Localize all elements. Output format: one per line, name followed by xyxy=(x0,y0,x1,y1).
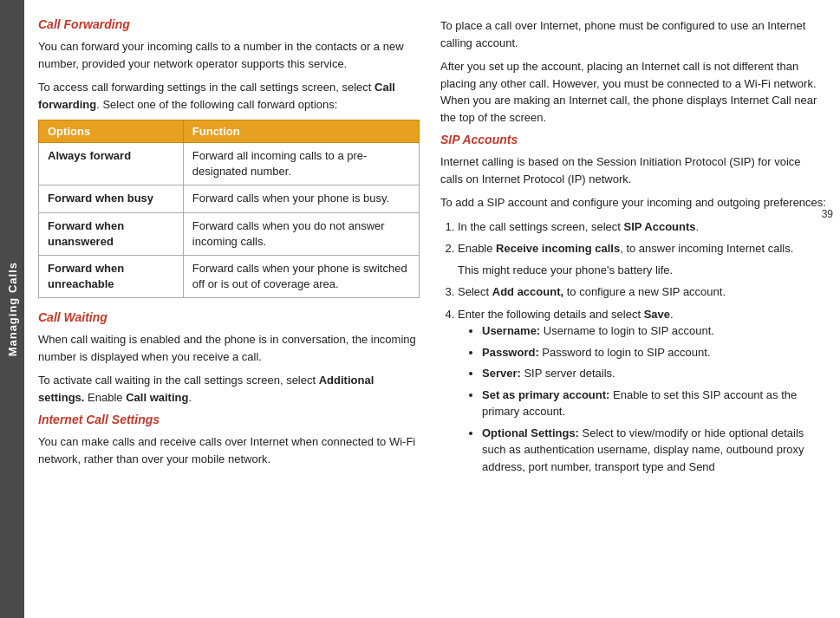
left-column: Call Forwarding You can forward your inc… xyxy=(38,17,420,601)
sip-step3-after: to configure a new SIP account. xyxy=(563,285,726,298)
sip-bullet-username-text: Username to login to SIP account. xyxy=(540,324,714,337)
sip-step-1: In the call settings screen, select SIP … xyxy=(458,218,826,236)
main-content: Call Forwarding You can forward your inc… xyxy=(24,0,840,618)
table-cell-option: Forward when unanswered xyxy=(39,212,184,255)
options-table: Options Function Always forward Forward … xyxy=(38,120,420,298)
internet-call-settings-section: Internet Call Settings You can make call… xyxy=(38,413,420,467)
sip-step2-bold: Receive incoming calls xyxy=(496,242,620,255)
sip-accounts-heading: SIP Accounts xyxy=(440,133,826,146)
internet-call-settings-heading: Internet Call Settings xyxy=(38,413,420,426)
call-waiting-section: Call Waiting When call waiting is enable… xyxy=(38,310,420,406)
sip-step2-before: Enable xyxy=(458,242,496,255)
sip-step4-bold: Save xyxy=(644,308,670,321)
call-forwarding-para2-after: . Select one of the following call forwa… xyxy=(96,98,337,111)
sip-step4-before: Enter the following details and select xyxy=(458,308,644,321)
table-cell-option: Forward when busy xyxy=(39,185,184,212)
sip-bullet-server-text: SIP server details. xyxy=(521,367,615,380)
sip-steps-list: In the call settings screen, select SIP … xyxy=(458,218,826,476)
table-cell-option: Forward when unreachable xyxy=(39,255,184,297)
sip-bullet-password: Password: Password to login to SIP accou… xyxy=(482,344,826,361)
right-column-wrapper: To place a call over Internet, phone mus… xyxy=(440,17,826,601)
table-cell-function: Forward calls when you do not answer inc… xyxy=(183,212,419,255)
table-cell-function: Forward calls when your phone is busy. xyxy=(183,185,419,212)
sip-step1-bold: SIP Accounts xyxy=(623,220,695,233)
sip-step3-bold: Add account, xyxy=(492,285,563,298)
internet-call-settings-para1: You can make calls and receive calls ove… xyxy=(38,433,420,467)
sip-step2-note: This might reduce your phone's battery l… xyxy=(458,262,826,279)
sip-step-2: Enable Receive incoming calls, to answer… xyxy=(458,240,826,278)
sip-bullet-primary-label: Set as primary account: xyxy=(482,388,609,401)
table-header-function: Function xyxy=(183,120,419,143)
sip-step1-after: . xyxy=(696,220,700,233)
table-header-options: Options xyxy=(39,120,184,143)
ics-cont-para1: To place a call over Internet, phone mus… xyxy=(440,17,826,51)
call-forwarding-section: Call Forwarding You can forward your inc… xyxy=(38,17,420,298)
sip-bullet-optional: Optional Settings: Select to view/modify… xyxy=(482,425,826,476)
cw-para2-bold2: Call waiting xyxy=(126,391,188,404)
table-row: Forward when unreachable Forward calls w… xyxy=(39,255,420,297)
sip-bullet-optional-label: Optional Settings: xyxy=(482,426,579,439)
call-forwarding-para2: To access call forwarding settings in th… xyxy=(38,79,420,113)
call-forwarding-heading: Call Forwarding xyxy=(38,17,420,31)
sip-accounts-para2: To add a SIP account and configure your … xyxy=(440,194,826,211)
sip-bullet-server: Server: SIP server details. xyxy=(482,365,826,382)
call-waiting-para1: When call waiting is enabled and the pho… xyxy=(38,331,420,365)
call-forwarding-para2-before: To access call forwarding settings in th… xyxy=(38,81,374,94)
sip-bullet-username-label: Username: xyxy=(482,324,540,337)
sip-bullet-password-text: Password to login to SIP account. xyxy=(539,346,711,359)
sidebar-label: Managing Calls xyxy=(6,262,19,356)
sip-step2-after: , to answer incoming Internet calls. xyxy=(620,242,793,255)
sidebar: Managing Calls xyxy=(0,0,24,618)
sip-bullet-primary: Set as primary account: Enable to set th… xyxy=(482,387,826,420)
cw-para2-middle: Enable xyxy=(84,391,126,404)
table-row: Forward when busy Forward calls when you… xyxy=(39,185,420,212)
call-waiting-heading: Call Waiting xyxy=(38,310,420,324)
table-cell-function: Forward calls when your phone is switche… xyxy=(183,255,419,297)
cw-para2-end: . xyxy=(188,391,192,404)
sip-step-3: Select Add account, to configure a new S… xyxy=(458,283,826,301)
page-number: 39 xyxy=(822,208,833,220)
call-forwarding-para1: You can forward your incoming calls to a… xyxy=(38,38,420,72)
table-cell-function: Forward all incoming calls to a pre-desi… xyxy=(183,143,419,185)
sip-bullets-list: Username: Username to login to SIP accou… xyxy=(482,322,826,475)
sip-step-4: Enter the following details and select S… xyxy=(458,306,826,476)
sip-bullet-password-label: Password: xyxy=(482,346,539,359)
sip-bullet-server-label: Server: xyxy=(482,367,521,380)
sip-bullet-username: Username: Username to login to SIP accou… xyxy=(482,322,826,340)
sip-accounts-para1: Internet calling is based on the Session… xyxy=(440,153,826,187)
table-row: Always forward Forward all incoming call… xyxy=(39,143,420,185)
sip-step1-before: In the call settings screen, select xyxy=(458,220,623,233)
cw-para2-before: To activate call waiting in the call set… xyxy=(38,374,319,387)
table-cell-option: Always forward xyxy=(39,143,184,185)
call-waiting-para2: To activate call waiting in the call set… xyxy=(38,372,420,406)
table-row: Forward when unanswered Forward calls wh… xyxy=(39,212,420,255)
sip-step3-before: Select xyxy=(458,285,492,298)
sip-step4-after: . xyxy=(670,308,674,321)
sip-accounts-section: SIP Accounts Internet calling is based o… xyxy=(440,133,826,475)
ics-cont-para2: After you set up the account, placing an… xyxy=(440,58,826,126)
right-column: To place a call over Internet, phone mus… xyxy=(440,17,826,475)
